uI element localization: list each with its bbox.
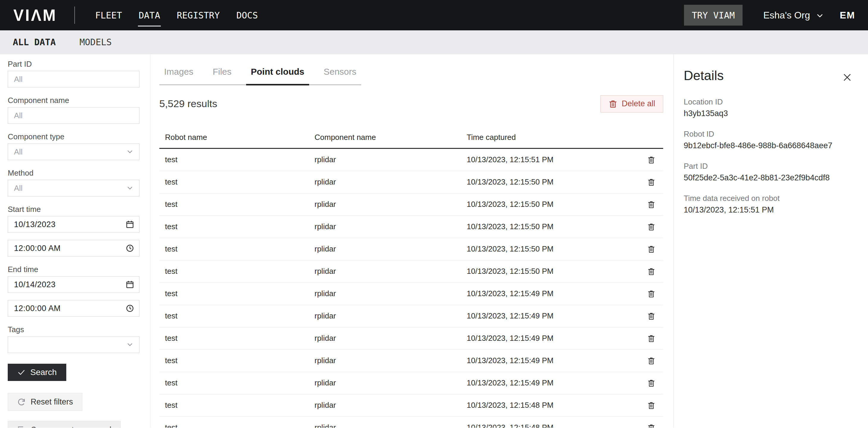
details-field-value: 50f25de2-5a3c-41e2-8b81-23e2f9b4cdf8 xyxy=(684,173,856,182)
cell-time-captured: 10/13/2023, 12:15:49 PM xyxy=(467,356,640,365)
point-clouds-table: Robot name Component name Time captured … xyxy=(159,126,663,428)
delete-row-button[interactable] xyxy=(640,175,663,189)
delete-row-button[interactable] xyxy=(640,220,663,234)
details-field-value: 10/13/2023, 12:15:51 PM xyxy=(684,205,856,214)
table-body: test rplidar 10/13/2023, 12:15:51 PM tes… xyxy=(159,149,663,428)
data-type-tab[interactable]: Point clouds xyxy=(246,67,309,85)
delete-row-button[interactable] xyxy=(640,353,663,368)
end-time-value: 12:00:00 AM xyxy=(14,304,61,313)
delete-row-button[interactable] xyxy=(640,398,663,412)
tags-select[interactable] xyxy=(8,336,140,353)
copy-export-command-button[interactable]: Copy export command xyxy=(8,421,121,428)
component-name-input[interactable] xyxy=(8,107,140,124)
nav-link[interactable]: FLEET xyxy=(95,8,122,22)
data-type-tab[interactable]: Images xyxy=(159,67,198,85)
check-icon xyxy=(17,368,26,376)
table-row[interactable]: test rplidar 10/13/2023, 12:15:50 PM xyxy=(159,260,663,283)
data-type-tab[interactable]: Files xyxy=(208,67,236,85)
trash-icon xyxy=(647,356,656,365)
cell-robot-name: test xyxy=(165,423,314,428)
calendar-icon[interactable] xyxy=(125,220,134,229)
tabbar-item[interactable]: ALL DATA xyxy=(13,37,56,47)
table-row[interactable]: test rplidar 10/13/2023, 12:15:51 PM xyxy=(159,149,663,171)
cell-component-name: rplidar xyxy=(314,423,467,428)
clock-icon[interactable] xyxy=(125,244,134,253)
cell-component-name: rplidar xyxy=(314,378,467,388)
details-field: Location ID h3yb135aq3 xyxy=(684,97,856,118)
org-name: Esha's Org xyxy=(763,10,810,21)
trash-icon xyxy=(609,99,617,108)
cell-time-captured: 10/13/2023, 12:15:50 PM xyxy=(467,267,640,276)
cell-time-captured: 10/13/2023, 12:15:50 PM xyxy=(467,245,640,254)
nav-link[interactable]: DATA xyxy=(138,8,160,22)
delete-row-button[interactable] xyxy=(640,331,663,346)
component-name-label: Component name xyxy=(8,96,140,104)
table-row[interactable]: test rplidar 10/13/2023, 12:15:48 PM xyxy=(159,417,663,428)
nav-links: FLEET DATA REGISTRY DOCS xyxy=(95,8,258,22)
close-details-button[interactable] xyxy=(841,71,854,84)
method-select[interactable]: All xyxy=(8,180,140,196)
table-row[interactable]: test rplidar 10/13/2023, 12:15:50 PM xyxy=(159,194,663,216)
cell-component-name: rplidar xyxy=(314,289,467,298)
try-viam-button[interactable]: TRY VIAM xyxy=(684,5,743,26)
details-title: Details xyxy=(684,68,856,83)
table-row[interactable]: test rplidar 10/13/2023, 12:15:50 PM xyxy=(159,238,663,260)
end-time-input[interactable]: 12:00:00 AM xyxy=(8,300,140,317)
trash-icon xyxy=(647,245,656,254)
table-row[interactable]: test rplidar 10/13/2023, 12:15:50 PM xyxy=(159,216,663,238)
table-row[interactable]: test rplidar 10/13/2023, 12:15:49 PM xyxy=(159,372,663,394)
delete-row-button[interactable] xyxy=(640,153,663,167)
cell-time-captured: 10/13/2023, 12:15:50 PM xyxy=(467,222,640,231)
cell-time-captured: 10/13/2023, 12:15:51 PM xyxy=(467,155,640,164)
cell-robot-name: test xyxy=(165,401,314,410)
chevron-down-icon xyxy=(126,184,134,192)
search-button[interactable]: Search xyxy=(8,364,66,381)
part-id-input[interactable] xyxy=(8,71,140,87)
nav-link[interactable]: DOCS xyxy=(236,8,258,22)
cell-component-name: rplidar xyxy=(314,222,467,231)
delete-row-button[interactable] xyxy=(640,242,663,256)
close-icon xyxy=(842,72,852,82)
calendar-icon[interactable] xyxy=(125,280,134,289)
table-row[interactable]: test rplidar 10/13/2023, 12:15:49 PM xyxy=(159,305,663,327)
table-row[interactable]: test rplidar 10/13/2023, 12:15:50 PM xyxy=(159,171,663,194)
cell-component-name: rplidar xyxy=(314,177,467,187)
delete-row-button[interactable] xyxy=(640,309,663,323)
cell-component-name: rplidar xyxy=(314,267,467,276)
tabbar-item[interactable]: MODELS xyxy=(80,37,112,47)
data-type-tabs: Images Files Point clouds Sensors xyxy=(159,67,361,85)
end-date-input[interactable]: 10/14/2023 xyxy=(8,276,140,293)
start-date-input[interactable]: 10/13/2023 xyxy=(8,216,140,233)
delete-row-button[interactable] xyxy=(640,197,663,211)
table-row[interactable]: test rplidar 10/13/2023, 12:15:49 PM xyxy=(159,327,663,350)
user-avatar[interactable]: EM xyxy=(840,10,855,21)
component-type-label: Component type xyxy=(8,133,140,141)
delete-row-button[interactable] xyxy=(640,376,663,390)
nav-link[interactable]: REGISTRY xyxy=(176,8,221,22)
start-time-input[interactable]: 12:00:00 AM xyxy=(8,240,140,257)
cell-component-name: rplidar xyxy=(314,200,467,209)
filter-sidebar: Part ID Component name Component type Al… xyxy=(0,54,150,428)
data-type-tab[interactable]: Sensors xyxy=(319,67,361,85)
cell-component-name: rplidar xyxy=(314,401,467,410)
reset-filters-button[interactable]: Reset filters xyxy=(8,393,82,411)
details-field: Part ID 50f25de2-5a3c-41e2-8b81-23e2f9b4… xyxy=(684,162,856,182)
top-nav-right: TRY VIAM Esha's Org EM xyxy=(684,5,855,26)
delete-row-button[interactable] xyxy=(640,421,663,428)
table-row[interactable]: test rplidar 10/13/2023, 12:15:49 PM xyxy=(159,283,663,305)
col-robot-name: Robot name xyxy=(165,133,314,142)
cell-time-captured: 10/13/2023, 12:15:50 PM xyxy=(467,200,640,209)
table-row[interactable]: test rplidar 10/13/2023, 12:15:49 PM xyxy=(159,350,663,372)
delete-row-button[interactable] xyxy=(640,287,663,301)
delete-row-button[interactable] xyxy=(640,264,663,279)
trash-icon xyxy=(647,267,656,276)
col-time-captured: Time captured xyxy=(467,133,640,142)
delete-all-button[interactable]: Delete all xyxy=(600,95,663,113)
details-field-label: Robot ID xyxy=(684,130,856,138)
clock-icon[interactable] xyxy=(125,304,134,313)
details-field-label: Location ID xyxy=(684,97,856,106)
table-row[interactable]: test rplidar 10/13/2023, 12:15:48 PM xyxy=(159,394,663,417)
viam-logo[interactable]: VIΛM xyxy=(13,6,57,25)
org-switcher[interactable]: Esha's Org xyxy=(763,10,824,21)
component-type-select[interactable]: All xyxy=(8,143,140,160)
